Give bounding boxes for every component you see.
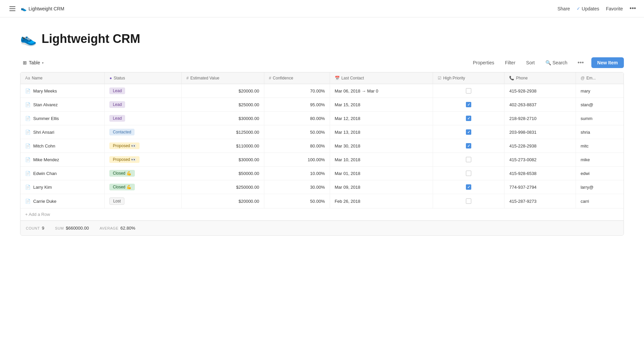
row-name: Stan Alvarez: [33, 102, 58, 107]
col-header-confidence: # Confidence: [264, 72, 330, 84]
priority-checkbox[interactable]: [466, 171, 471, 176]
status-badge: Lost: [109, 197, 124, 205]
cell-confidence: 95.00%: [264, 98, 330, 112]
toolbar: ⊞ Table ▾ Properties Filter Sort 🔍 Searc…: [20, 57, 624, 72]
cell-high-priority: [433, 84, 504, 98]
cell-name[interactable]: 📄Stan Alvarez: [20, 98, 105, 112]
priority-checkbox[interactable]: [466, 198, 471, 204]
cell-last-contact: Mar 13, 2018: [330, 125, 433, 139]
status-badge: Proposed 👀: [109, 156, 140, 163]
cell-phone: 415-287-9273: [504, 194, 576, 208]
cell-phone: 774-937-2794: [504, 180, 576, 194]
cell-status: Lead: [105, 98, 181, 112]
cell-confidence: 30.00%: [264, 180, 330, 194]
cell-high-priority: [433, 180, 504, 194]
cell-status: Contacted: [105, 125, 181, 139]
last-contact-col-icon: 📅: [335, 76, 340, 80]
nav-left: 👟 Lightweight CRM: [8, 5, 64, 12]
table-row[interactable]: 📄Mitch CohnProposed 👀$110000.0080.00%Mar…: [20, 139, 624, 153]
table-row[interactable]: 📄Mike MendezProposed 👀$30000.00100.00%Ma…: [20, 153, 624, 167]
cell-name[interactable]: 📄Shri Ansari: [20, 125, 105, 139]
footer-count: COUNT 9: [26, 226, 44, 231]
priority-checkbox[interactable]: [466, 143, 471, 148]
new-item-button[interactable]: New Item: [591, 57, 624, 68]
sort-button[interactable]: Sort: [524, 59, 538, 67]
cell-confidence: 50.00%: [264, 194, 330, 208]
cell-name[interactable]: 📄Summer Ellis: [20, 112, 105, 125]
table-row[interactable]: 📄Shri AnsariContacted$125000.0050.00%Mar…: [20, 125, 624, 139]
col-header-high-priority: ☑ High Priority: [433, 72, 504, 84]
row-name: Summer Ellis: [33, 116, 59, 121]
cell-last-contact: Mar 15, 2018: [330, 98, 433, 112]
share-button[interactable]: Share: [557, 6, 570, 11]
nav-logo: 👟 Lightweight CRM: [21, 6, 64, 11]
priority-checkbox[interactable]: [466, 102, 471, 107]
confidence-col-icon: #: [269, 76, 271, 80]
cell-last-contact: Mar 09, 2018: [330, 180, 433, 194]
cell-estimated-value: $125000.00: [181, 125, 264, 139]
search-button[interactable]: 🔍 Search: [543, 59, 570, 67]
cell-high-priority: [433, 167, 504, 180]
priority-checkbox[interactable]: [466, 88, 471, 94]
filter-button[interactable]: Filter: [502, 59, 518, 67]
cell-phone: 415-228-2938: [504, 139, 576, 153]
cell-name[interactable]: 📄Mike Mendez: [20, 153, 105, 167]
nav-right: Share ✓ Updates Favorite •••: [557, 5, 636, 12]
cell-high-priority: [433, 112, 504, 125]
cell-phone: 415-273-0082: [504, 153, 576, 167]
cell-last-contact: Feb 26, 2018: [330, 194, 433, 208]
more-options-icon[interactable]: •••: [630, 5, 636, 12]
doc-icon: 📄: [25, 157, 31, 162]
cell-last-contact: Mar 12, 2018: [330, 112, 433, 125]
cell-phone: 218-928-2710: [504, 112, 576, 125]
cell-phone: 402-263-8837: [504, 98, 576, 112]
hamburger-menu[interactable]: [8, 5, 17, 12]
cell-name[interactable]: 📄Mitch Cohn: [20, 139, 105, 153]
row-name: Edwin Chan: [33, 171, 57, 176]
cell-estimated-value: $50000.00: [181, 167, 264, 180]
add-row[interactable]: + Add a Row: [20, 208, 624, 221]
table-row[interactable]: 📄Edwin ChanClosed 💪$50000.0010.00%Mar 01…: [20, 167, 624, 180]
cell-last-contact: Mar 10, 2018: [330, 153, 433, 167]
table-row[interactable]: 📄Summer EllisLead$30000.0080.00%Mar 12, …: [20, 112, 624, 125]
cell-name[interactable]: 📄Edwin Chan: [20, 167, 105, 180]
toolbar-more-icon[interactable]: •••: [576, 58, 586, 68]
table-row[interactable]: 📄Mary MeeksLead$20000.0070.00%Mar 06, 20…: [20, 84, 624, 98]
favorite-button[interactable]: Favorite: [606, 6, 623, 11]
cell-estimated-value: $30000.00: [181, 153, 264, 167]
table-row[interactable]: 📄Stan AlvarezLead$25000.0095.00%Mar 15, …: [20, 98, 624, 112]
view-selector[interactable]: ⊞ Table ▾: [20, 59, 46, 67]
cell-confidence: 50.00%: [264, 125, 330, 139]
status-badge: Lead: [109, 115, 125, 122]
priority-checkbox[interactable]: [466, 157, 471, 162]
updates-button[interactable]: ✓ Updates: [577, 6, 599, 11]
sum-value: $660000.00: [66, 226, 89, 231]
doc-icon: 📄: [25, 171, 31, 176]
cell-estimated-value: $25000.00: [181, 98, 264, 112]
priority-checkbox[interactable]: [466, 129, 471, 135]
table-row[interactable]: 📄Larry KimClosed 💪$250000.0030.00%Mar 09…: [20, 180, 624, 194]
name-col-icon: Aa: [25, 76, 30, 80]
cell-high-priority: [433, 153, 504, 167]
cell-high-priority: [433, 125, 504, 139]
cell-name[interactable]: 📄Mary Meeks: [20, 84, 105, 98]
page-emoji: 👟: [20, 31, 37, 47]
footer-average: AVERAGE 62.80%: [100, 226, 135, 231]
row-name: Mitch Cohn: [33, 143, 55, 148]
properties-button[interactable]: Properties: [470, 59, 497, 67]
cell-email: larry@: [576, 180, 624, 194]
status-badge: Lead: [109, 87, 125, 94]
cell-name[interactable]: 📄Larry Kim: [20, 180, 105, 194]
table-row[interactable]: 📄Carrie DukeLost$20000.0050.00%Feb 26, 2…: [20, 194, 624, 208]
cell-status: Closed 💪: [105, 167, 181, 180]
add-row-button[interactable]: + Add a Row: [25, 212, 619, 217]
priority-checkbox[interactable]: [466, 116, 471, 121]
cell-email: carri: [576, 194, 624, 208]
priority-checkbox[interactable]: [466, 184, 471, 190]
cell-name[interactable]: 📄Carrie Duke: [20, 194, 105, 208]
status-badge: Contacted: [109, 129, 135, 135]
chevron-down-icon: ▾: [42, 61, 44, 65]
page-title-row: 👟 Lightweight CRM: [20, 31, 624, 47]
cell-confidence: 80.00%: [264, 112, 330, 125]
status-badge: Closed 💪: [109, 170, 135, 177]
